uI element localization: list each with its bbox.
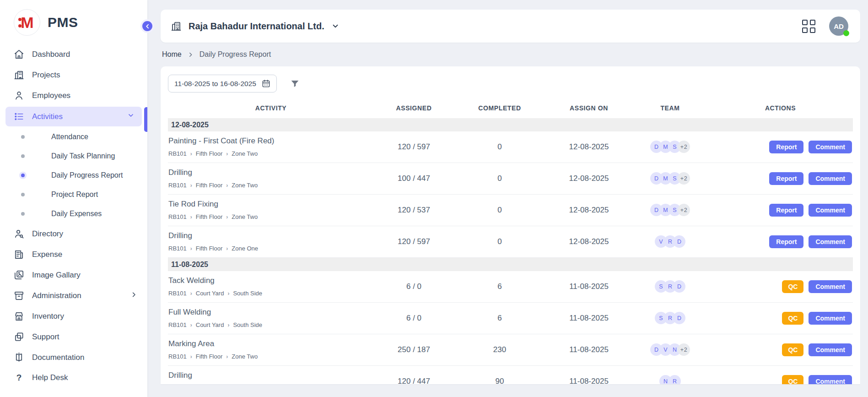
sidebar-item-inventory[interactable]: Inventory [0,306,147,326]
chevron-left-icon [145,23,151,29]
sidebar-item-administration[interactable]: Administration [0,285,147,306]
home-icon [14,49,24,60]
assigned-value: 120 / 537 [374,206,454,215]
brand-logo-row: M PMS [0,0,147,44]
sidebar-item-support[interactable]: Support [0,326,147,347]
apps-grid-icon[interactable] [802,20,815,33]
comment-button[interactable]: Comment [809,343,852,356]
chevron-right-icon: › [227,322,229,328]
activity-location-path: RB101›Fifth Floor›Zone Two [168,213,374,220]
sidebar-subitem-daily-task-planning[interactable]: Daily Task Planning [0,147,147,166]
activity-cell: Tack Welding RB101›Court Yard›South Side [168,276,374,297]
bullet-dot-icon [21,135,25,139]
activity-title: Tack Welding [168,276,374,285]
table-row: Drilling RB101›Fifth Floor›Zone Two 100 … [168,163,853,195]
report-button[interactable]: Report [769,235,803,248]
activity-cell: Drilling RB101›Fifth Floor›Zone One [168,231,374,252]
sidebar-item-dashboard[interactable]: Dashboard [0,44,147,65]
team-avatars: NR [632,375,708,384]
team-avatars: SRD [632,280,708,293]
company-selector[interactable]: Raja Bahadur International Ltd. [171,21,340,32]
table-row: Full Welding RB101›Court Yard›South Side… [168,303,853,334]
sidebar-item-label: Dashboard [32,50,70,59]
column-header-actions: ACTIONS [708,104,853,112]
chevron-right-icon [188,52,194,58]
sidebar-item-label: Projects [32,71,60,80]
sidebar-item-image-gallary[interactable]: Image Gallary [0,265,147,285]
support-icon [14,332,24,342]
report-button[interactable]: Report [769,204,803,217]
activity-cell: Drilling RB101›Fifth Floor›Zone Two [168,371,374,384]
sidebar-item-label: Expense [32,250,62,259]
activities-list-icon [14,111,24,122]
chevron-right-icon: › [190,290,192,297]
sidebar: M PMS DashboardProjectsEmployeesActiviti… [0,0,147,397]
sidebar-item-label: Image Gallary [32,271,81,280]
breadcrumb-home[interactable]: Home [162,50,182,59]
sidebar-subitem-project-report[interactable]: Project Report [0,185,147,204]
brand-logo: M [14,9,40,36]
date-group-header: 12-08-2025 [168,118,853,131]
main-content: Raja Bahadur International Ltd. AD Home … [147,0,868,397]
date-range-input[interactable]: 11-08-2025 to 16-08-2025 [168,75,277,92]
qc-button[interactable]: QC [782,280,803,293]
sidebar-item-label: Documentation [32,353,84,362]
sidebar-collapse-button[interactable] [140,19,154,33]
assign-on-value: 11-08-2025 [545,282,632,291]
team-extra-count: +2 [678,343,690,356]
team-avatars: DMS+2 [632,141,708,153]
user-avatar[interactable]: AD [829,16,848,36]
row-actions: QCComment [708,343,853,356]
company-name: Raja Bahadur International Ltd. [189,21,324,32]
comment-button[interactable]: Comment [809,375,852,385]
expand-chevron [130,291,137,300]
comment-button[interactable]: Comment [809,280,852,293]
assign-on-value: 12-08-2025 [545,237,632,246]
comment-button[interactable]: Comment [809,141,852,153]
sidebar-subitem-daily-progress-report[interactable]: Daily Progress Report [0,166,147,185]
sidebar-subitem-label: Daily Progress Report [51,171,123,179]
qc-button[interactable]: QC [782,312,803,325]
chevron-right-icon: › [226,214,228,220]
sidebar-subitem-daily-expenses[interactable]: Daily Expenses [0,204,147,223]
activity-cell: Painting - First Coat (Fire Red) RB101›F… [168,136,374,157]
sidebar-item-activities[interactable]: Activities [5,107,142,126]
chevron-right-icon: › [227,290,229,297]
sidebar-item-projects[interactable]: Projects [0,65,147,85]
sidebar-subitem-attendance[interactable]: Attendance [0,127,147,147]
activity-title: Tie Rod Fixing [168,200,374,209]
sidebar-item-help-desk[interactable]: ?Help Desk [0,368,147,388]
chevron-right-icon: › [190,322,192,328]
comment-button[interactable]: Comment [809,204,852,217]
filter-funnel-icon[interactable] [290,79,300,88]
sidebar-item-label: Activities [32,112,63,121]
row-actions: QCComment [708,375,853,385]
team-member-avatar: R [669,375,681,384]
sidebar-item-expense[interactable]: Expense [0,244,147,265]
sidebar-item-employees[interactable]: Employees [0,85,147,106]
chevron-right-icon: › [190,214,192,220]
sidebar-item-directory[interactable]: Directory [0,223,147,244]
expand-chevron [127,112,135,121]
report-button[interactable]: Report [769,172,803,185]
activity-location-path: RB101›Fifth Floor›Zone One [168,245,374,252]
comment-button[interactable]: Comment [809,172,852,185]
sidebar-subitem-label: Project Report [51,190,98,199]
assigned-value: 120 / 597 [374,142,454,152]
sidebar-item-label: Administration [32,291,81,300]
report-button[interactable]: Report [769,141,803,153]
qc-button[interactable]: QC [782,375,803,385]
assigned-value: 100 / 447 [374,174,454,183]
table-row: Drilling RB101›Fifth Floor›Zone One 120 … [168,226,853,258]
bullet-dot-icon [21,174,25,177]
table-header-row: ACTIVITYASSIGNEDCOMPLETEDASSIGN ONTEAMAC… [168,104,853,118]
sidebar-item-documentation[interactable]: Documentation [0,347,147,368]
qc-button[interactable]: QC [782,343,803,356]
sidebar-item-label: Help Desk [32,373,68,382]
team-avatars: DMS+2 [632,204,708,216]
team-avatars: SRD [632,312,708,324]
active-item-indicator [144,107,147,132]
comment-button[interactable]: Comment [809,312,852,325]
sidebar-subitem-label: Daily Expenses [51,210,102,218]
comment-button[interactable]: Comment [809,235,852,248]
